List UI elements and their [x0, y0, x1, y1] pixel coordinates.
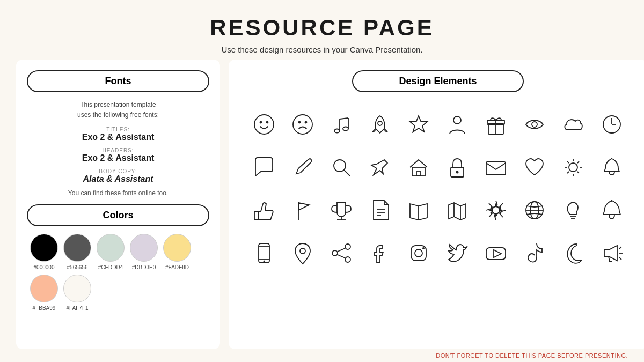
- icon-location: [283, 234, 322, 272]
- headers-font-item: HEADERS: Exo 2 & Assistant: [27, 147, 209, 163]
- icon-document: [361, 191, 399, 230]
- color-circle-sage: [97, 234, 125, 262]
- svg-point-62: [345, 244, 350, 249]
- color-label-gray: #565656: [67, 264, 88, 270]
- icon-sad: [283, 105, 322, 144]
- titles-font-item: TITLES: Exo 2 & Assistant: [27, 127, 209, 142]
- icons-row-2: [245, 146, 631, 189]
- svg-point-13: [453, 116, 461, 124]
- icon-facebook: [361, 234, 399, 272]
- color-label-lavender: #DBD3E0: [132, 264, 156, 270]
- svg-point-3: [293, 115, 312, 134]
- icon-clock: [592, 105, 631, 144]
- design-elements-header: Design Elements: [352, 70, 524, 92]
- icon-star: [399, 105, 438, 144]
- svg-marker-12: [410, 116, 427, 132]
- icon-megaphone: [592, 234, 631, 272]
- icon-pencil: [283, 148, 322, 187]
- color-swatches-row1: #000000 #565656 #CEDDD4 #DBD3E0 #FADF8D: [27, 234, 209, 270]
- right-panel: Design Elements: [229, 60, 644, 349]
- headers-value: Exo 2 & Assistant: [27, 153, 209, 163]
- icon-heart: [515, 148, 554, 187]
- color-label-cream: #FAF7F1: [66, 305, 88, 311]
- icon-pin: [361, 148, 399, 187]
- icon-moon: [554, 234, 592, 272]
- color-circle-cream: [63, 275, 91, 302]
- icons-grid: [245, 103, 631, 275]
- svg-line-66: [338, 255, 345, 258]
- icon-lightbulb: [554, 191, 592, 230]
- icons-row-1: [245, 103, 631, 146]
- color-circle-gray: [63, 234, 91, 262]
- color-swatch-gray: #565656: [63, 234, 91, 270]
- icon-flag: [283, 191, 322, 230]
- icon-chat: [245, 148, 283, 187]
- svg-point-64: [345, 257, 350, 262]
- svg-line-35: [577, 172, 579, 173]
- icon-youtube: [477, 234, 515, 272]
- icon-lock: [438, 148, 477, 187]
- svg-point-68: [415, 249, 422, 257]
- svg-line-65: [338, 248, 345, 252]
- color-swatches-row2: #FBBA99 #FAF7F1: [27, 275, 209, 311]
- svg-rect-28: [486, 162, 506, 175]
- color-swatch-lavender: #DBD3E0: [130, 234, 158, 270]
- left-panel: Fonts This presentation template uses th…: [16, 60, 220, 349]
- find-fonts-text: You can find these fonts online too.: [27, 189, 209, 197]
- body-value: Alata & Assistant: [27, 174, 209, 184]
- svg-point-0: [254, 115, 274, 134]
- color-circle-yellow: [163, 234, 191, 262]
- color-label-sage: #CEDDD4: [98, 264, 123, 270]
- svg-point-63: [332, 250, 338, 256]
- icons-row-3: [245, 189, 631, 232]
- fonts-header: Fonts: [27, 70, 209, 92]
- icon-eye: [515, 105, 554, 144]
- svg-line-36: [577, 161, 579, 163]
- color-swatch-sage: #CEDDD4: [97, 234, 125, 270]
- svg-rect-25: [416, 172, 421, 176]
- svg-point-69: [422, 247, 425, 249]
- headers-label: HEADERS:: [27, 147, 209, 153]
- icon-thumbsup: [245, 191, 283, 230]
- icon-mail: [477, 148, 515, 187]
- icon-book: [399, 191, 438, 230]
- page-header: RESOURCE PAGE Use these design resources…: [210, 0, 434, 60]
- svg-point-2: [267, 122, 268, 123]
- icon-house: [399, 148, 438, 187]
- icon-notification: [592, 191, 631, 230]
- fonts-description: This presentation template uses the foll…: [27, 100, 209, 120]
- icon-instagram: [399, 234, 438, 272]
- icon-map: [438, 191, 477, 230]
- color-swatch-yellow: #FADF8D: [163, 234, 191, 270]
- main-content: Fonts This presentation template uses th…: [0, 60, 644, 349]
- icon-rocket: [361, 105, 399, 144]
- svg-point-4: [299, 122, 301, 123]
- titles-label: TITLES:: [27, 127, 209, 132]
- svg-rect-39: [254, 211, 259, 220]
- icon-cloud: [554, 105, 592, 144]
- svg-line-34: [567, 161, 569, 163]
- icon-gift: [477, 105, 515, 144]
- body-font-item: BODY COPY: Alata & Assistant: [27, 168, 209, 184]
- svg-point-1: [260, 122, 262, 123]
- color-circle-black: [30, 234, 58, 262]
- body-label: BODY COPY:: [27, 168, 209, 174]
- page-subtitle: Use these design resources in your Canva…: [210, 45, 434, 54]
- svg-point-50: [492, 206, 500, 214]
- svg-point-6: [334, 129, 340, 133]
- icon-twitter: [438, 234, 477, 272]
- icon-phone: [245, 234, 283, 272]
- svg-line-73: [619, 247, 621, 249]
- icon-share: [322, 234, 361, 272]
- svg-rect-70: [486, 248, 506, 260]
- svg-point-22: [334, 160, 346, 172]
- color-swatch-cream: #FAF7F1: [63, 275, 91, 311]
- icon-gear: [477, 191, 515, 230]
- svg-point-29: [569, 163, 577, 172]
- icon-globe: [515, 191, 554, 230]
- color-label-yellow: #FADF8D: [165, 264, 189, 270]
- svg-marker-71: [494, 250, 501, 257]
- svg-point-27: [456, 171, 459, 174]
- color-label-black: #000000: [34, 264, 55, 270]
- svg-line-74: [619, 257, 621, 260]
